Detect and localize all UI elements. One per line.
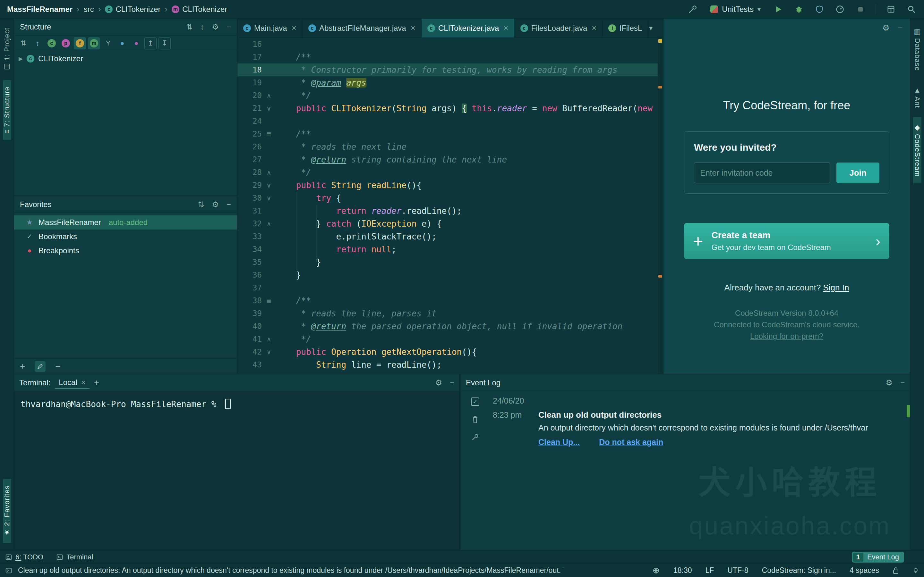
code-line[interactable]: 37: [237, 282, 658, 294]
debug-button[interactable]: [793, 4, 804, 15]
onprem-link[interactable]: Looking for on-prem?: [714, 330, 859, 342]
background-tasks-icon[interactable]: [652, 567, 660, 574]
search-everywhere-icon[interactable]: [906, 4, 917, 15]
code-line[interactable]: 34 return null;: [237, 243, 658, 256]
code-line[interactable]: 26 * reads the next line: [237, 140, 658, 153]
breadcrumb-item[interactable]: MassFileRenamer: [7, 5, 73, 14]
status-message[interactable]: Clean up old output directories: An outp…: [18, 566, 564, 575]
todo-tool-window-button[interactable]: 6: TODO: [5, 553, 43, 561]
invitation-code-input[interactable]: [694, 163, 830, 183]
fold-marker-icon[interactable]: ≣: [262, 130, 276, 138]
tool-window-button-ant[interactable]: ▲ Ant: [913, 80, 921, 114]
codestream-status[interactable]: CodeStream: Sign in...: [762, 566, 836, 575]
gear-icon[interactable]: ⚙: [882, 23, 890, 33]
layout-windows-icon[interactable]: [885, 4, 897, 15]
visibility-private-icon[interactable]: ●: [130, 37, 142, 49]
join-button[interactable]: Join: [837, 163, 879, 183]
gear-icon[interactable]: ⚙: [885, 378, 893, 387]
close-tab-icon[interactable]: ×: [292, 23, 296, 33]
code-editor[interactable]: 1617 /**18 * Constructor primarily for t…: [237, 38, 658, 374]
code-line[interactable]: 27 * @return string containing the next …: [237, 153, 658, 166]
fold-marker-icon[interactable]: ∧: [262, 169, 276, 176]
fold-marker-icon[interactable]: ≣: [262, 297, 276, 305]
fold-marker-icon[interactable]: ∨: [262, 105, 276, 112]
event-log-link[interactable]: Clean Up...: [538, 438, 580, 447]
close-tab-icon[interactable]: ×: [503, 23, 508, 33]
tool-window-button-database[interactable]: ▥ Database: [913, 21, 921, 77]
file-encoding[interactable]: UTF-8: [727, 566, 748, 575]
tool-window-button-7-structure[interactable]: ≡ 7: Structure: [3, 80, 11, 140]
code-line[interactable]: 36 }: [237, 269, 658, 282]
code-line[interactable]: 31 return reader.readLine();: [237, 205, 658, 218]
expand-all-icon[interactable]: ↥: [144, 37, 157, 49]
collapse-all-icon[interactable]: ↧: [158, 37, 171, 49]
tabs-overflow-chevron-icon[interactable]: ▾: [644, 19, 658, 38]
code-line[interactable]: 16: [237, 38, 658, 51]
favorites-item[interactable]: ✓Bookmarks: [14, 229, 237, 243]
profiler-button[interactable]: [835, 4, 845, 15]
code-line[interactable]: 33 e.printStackTrace();: [237, 230, 658, 243]
terminal-tab-local[interactable]: Local ×: [55, 377, 89, 389]
code-line[interactable]: 41∧ */: [237, 333, 658, 346]
show-properties-icon[interactable]: p: [60, 37, 72, 49]
inspections-icon[interactable]: [913, 567, 919, 574]
editor-scrollbar[interactable]: [658, 38, 663, 374]
editor-tab[interactable]: cCLITokenizer.java×: [422, 19, 515, 37]
hide-panel-icon[interactable]: −: [226, 23, 231, 31]
expand-chevron-icon[interactable]: ▶: [19, 55, 23, 62]
gear-icon[interactable]: ⚙: [435, 378, 442, 387]
run-with-coverage-button[interactable]: [814, 4, 825, 15]
build-tools-icon[interactable]: [687, 4, 698, 15]
gear-icon[interactable]: ⚙: [212, 23, 219, 31]
sort-icon[interactable]: ⇅: [186, 23, 192, 31]
editor-tab[interactable]: cMain.java×: [237, 19, 302, 37]
visibility-public-icon[interactable]: ●: [116, 37, 128, 49]
code-line[interactable]: 24: [237, 115, 658, 127]
warning-stripe-mark[interactable]: [658, 86, 662, 89]
hide-panel-icon[interactable]: −: [900, 378, 905, 387]
code-line[interactable]: 29∨ public String readLine(){: [237, 179, 658, 192]
fold-marker-icon[interactable]: ∧: [262, 335, 276, 343]
structure-tree-item[interactable]: ▶ c CLITokenizer: [14, 51, 237, 66]
fold-marker-icon[interactable]: ∨: [262, 348, 276, 356]
close-tab-icon[interactable]: ×: [411, 23, 415, 33]
terminal-tool-window-button[interactable]: Terminal: [56, 553, 93, 561]
code-line[interactable]: 43 String line = readLine();: [237, 358, 658, 371]
code-line[interactable]: 18 * Constructor primarily for testing, …: [237, 63, 658, 76]
show-inherited-icon[interactable]: Y: [102, 37, 114, 49]
new-terminal-session-button[interactable]: +: [94, 378, 99, 388]
caret-position[interactable]: 18:30: [674, 566, 692, 575]
code-line[interactable]: 42∨ public Operation getNextOperation(){: [237, 346, 658, 358]
collapse-all-icon[interactable]: ⇅: [198, 200, 204, 209]
fold-marker-icon[interactable]: ∨: [262, 181, 276, 189]
line-separator[interactable]: LF: [706, 566, 714, 575]
lock-icon[interactable]: [893, 567, 899, 574]
favorites-item[interactable]: ★MassFileRenamerauto-added: [14, 215, 237, 229]
code-line[interactable]: 32∧ } catch (IOException e) {: [237, 218, 658, 230]
code-line[interactable]: 21∨ public CLITokenizer(String args) { t…: [237, 102, 658, 115]
code-line[interactable]: 39 * reads the line, parses it: [237, 307, 658, 320]
sort-alphabetically-icon[interactable]: ⇅: [17, 37, 29, 49]
editor-tab[interactable]: iIFilesL: [603, 19, 648, 37]
close-tab-icon[interactable]: ×: [591, 23, 596, 33]
code-line[interactable]: 20∧ */: [237, 89, 658, 102]
hide-panel-icon[interactable]: −: [450, 378, 454, 387]
sort-by-visibility-icon[interactable]: ↕: [31, 37, 44, 49]
indent-size[interactable]: 4 spaces: [850, 566, 879, 575]
remove-icon[interactable]: −: [55, 361, 60, 372]
code-line[interactable]: 17 /**: [237, 51, 658, 63]
event-log-badge[interactable]: 1 Event Log: [852, 552, 904, 562]
tool-window-button-codestream[interactable]: ◆ CodeStream: [913, 117, 921, 183]
hide-panel-icon[interactable]: −: [898, 23, 903, 33]
wrench-icon[interactable]: [471, 434, 479, 441]
close-tab-icon[interactable]: ×: [81, 378, 86, 387]
code-line[interactable]: 25≣ /**: [237, 127, 658, 140]
code-line[interactable]: 28∧ */: [237, 166, 658, 179]
favorites-item[interactable]: ●Breakpoints: [14, 243, 237, 258]
add-icon[interactable]: +: [20, 361, 25, 372]
event-log-link[interactable]: Do not ask again: [599, 438, 663, 447]
mark-all-read-icon[interactable]: ✓: [471, 398, 479, 406]
terminal-output[interactable]: thvardhan@MacBook-Pro MassFileRenamer %: [14, 391, 459, 550]
gear-icon[interactable]: ⚙: [212, 200, 219, 209]
warning-stripe-mark[interactable]: [658, 275, 662, 277]
